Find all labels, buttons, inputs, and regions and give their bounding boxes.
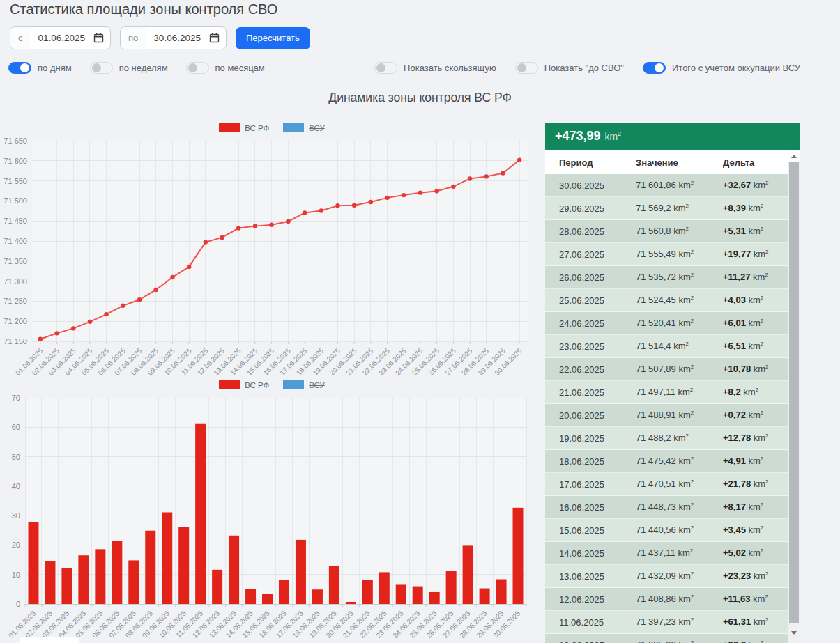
table-row: 14.06.202571 437,11 km2+5,02 km2	[545, 542, 788, 565]
bar-chart-legend: ВС РФВСУ	[0, 380, 544, 389]
cell-period: 16.06.2025	[559, 502, 636, 513]
toggle-show-moving-average-label: Показать скользящую	[404, 63, 496, 73]
table-row: 17.06.202571 470,51 km2+21,78 km2	[545, 473, 788, 496]
toggle-show-moving-average-switch[interactable]	[374, 62, 397, 74]
legend-item-vs-rf[interactable]: ВС РФ	[219, 380, 269, 389]
cell-value: 71 535,72 km2	[636, 272, 723, 282]
cell-delta: +10,78 km2	[723, 364, 788, 374]
cell-period: 30.06.2025	[559, 180, 636, 191]
cell-period: 12.06.2025	[559, 594, 636, 605]
toggle-by-days-label: по дням	[38, 63, 72, 73]
triangle-down-icon	[791, 631, 797, 635]
cell-delta: +4,03 km2	[723, 295, 788, 305]
calendar-icon[interactable]	[208, 33, 226, 43]
svg-text:71 500: 71 500	[3, 196, 27, 205]
table-scrollbar[interactable]	[788, 150, 800, 643]
cell-delta: +6,51 km2	[723, 341, 788, 351]
svg-text:71 550: 71 550	[3, 177, 27, 185]
cell-period: 17.06.2025	[559, 479, 636, 490]
cell-period: 24.06.2025	[559, 318, 636, 329]
cell-value: 71 397,23 km2	[636, 617, 723, 627]
cell-delta: +21,78 km2	[723, 479, 788, 489]
svg-text:71 150: 71 150	[3, 337, 27, 346]
svg-text:71 400: 71 400	[3, 237, 27, 245]
table-row: 16.06.202571 448,73 km2+8,17 km2	[545, 496, 788, 519]
toggle-total-with-vsu-occupation: Итого с учетом оккупации ВСУ	[643, 62, 800, 74]
period-table: Период Значение Дельта 30.06.202571 601,…	[545, 150, 800, 643]
table-body: 30.06.202571 601,86 km2+32,67 km229.06.2…	[545, 174, 788, 643]
cell-period: 28.06.2025	[559, 226, 636, 237]
toggle-by-days-switch[interactable]	[8, 62, 31, 74]
line-chart[interactable]: 01.06.202502.06.202503.06.202504.06.2025…	[0, 135, 540, 379]
table-row: 26.06.202571 535,72 km2+11,27 km2	[545, 266, 788, 289]
toggle-by-days: по дням	[8, 62, 72, 74]
toggle-by-months-switch[interactable]	[186, 62, 209, 74]
cell-delta: +8,17 km2	[723, 502, 788, 512]
triangle-up-icon	[791, 155, 797, 158]
table-row: 23.06.202571 514,4 km2+6,51 km2	[545, 335, 788, 358]
legend-item-vsu[interactable]: ВСУ	[283, 123, 325, 132]
toggle-by-months-label: по месяцам	[215, 63, 265, 73]
scrollbar-thumb[interactable]	[789, 162, 799, 623]
cell-delta: +8,39 km2	[723, 203, 788, 213]
svg-text:60: 60	[12, 423, 20, 431]
svg-text:10: 10	[12, 571, 20, 579]
cell-delta: +4,91 km2	[723, 456, 788, 466]
svg-text:71 650: 71 650	[3, 137, 27, 145]
cell-value: 71 524,45 km2	[636, 295, 723, 305]
legend-swatch	[283, 380, 304, 389]
svg-text:0: 0	[16, 600, 20, 608]
cell-delta: +12,78 km2	[723, 433, 788, 443]
svg-text:71 350: 71 350	[3, 257, 27, 265]
toggle-total-with-vsu-occupation-switch[interactable]	[643, 62, 666, 74]
svg-text:70: 70	[12, 394, 20, 402]
table-row: 18.06.202571 475,42 km2+4,91 km2	[545, 450, 788, 473]
table-row: 11.06.202571 397,23 km2+61,31 km2	[545, 611, 788, 634]
granularity-toggles: по днямпо неделямпо месяцам	[8, 62, 265, 74]
recalculate-button[interactable]: Пересчитать	[236, 27, 310, 49]
svg-text:71 200: 71 200	[3, 317, 27, 325]
svg-text:71 600: 71 600	[3, 157, 27, 165]
cell-delta: +0,72 km2	[723, 410, 788, 420]
legend-item-vsu[interactable]: ВСУ	[283, 380, 325, 389]
cell-period: 29.06.2025	[559, 203, 636, 214]
status-popup-partial	[20, 637, 79, 643]
date-to-group: по 30.06.2025	[120, 26, 227, 49]
legend-label: ВС РФ	[245, 124, 269, 132]
summary-panel: +473,99 km2 Период Значение Дельта 30.06…	[545, 123, 800, 643]
cell-period: 14.06.2025	[559, 548, 636, 559]
cell-delta: +6,01 km2	[723, 318, 788, 328]
svg-text:30: 30	[12, 511, 20, 520]
cell-value: 71 555,49 km2	[636, 249, 723, 259]
cell-period: 25.06.2025	[559, 295, 636, 306]
calendar-icon[interactable]	[92, 33, 110, 43]
toggle-show-pre-svo-label: Показать "до СВО"	[544, 63, 624, 73]
date-to-input[interactable]: 30.06.2025	[146, 33, 208, 43]
cell-period: 18.06.2025	[559, 456, 636, 467]
table-row: 27.06.202571 555,49 km2+19,77 km2	[545, 243, 788, 266]
scroll-down-button[interactable]	[788, 628, 800, 637]
cell-period: 13.06.2025	[559, 571, 636, 582]
cell-period: 19.06.2025	[559, 433, 636, 444]
table-row: 20.06.202571 488,91 km2+0,72 km2	[545, 404, 788, 427]
table-row: 15.06.202571 440,56 km2+3,45 km2	[545, 519, 788, 542]
cell-period: 22.06.2025	[559, 364, 636, 375]
bar-chart[interactable]: 01020304050607001.06.202502.06.202503.06…	[0, 392, 540, 642]
cell-value: 71 507,89 km2	[636, 364, 723, 374]
svo-area-statistics-page: Статистика площади зоны контроля СВО с 0…	[0, 0, 840, 643]
toggle-by-weeks-switch[interactable]	[90, 62, 113, 74]
col-delta: Дельта	[723, 157, 788, 168]
date-from-input[interactable]: 01.06.2025	[31, 33, 93, 43]
toggle-total-with-vsu-occupation-label: Итого с учетом оккупации ВСУ	[672, 63, 800, 73]
cell-value: 71 475,42 km2	[636, 456, 723, 466]
table-header: Период Значение Дельта	[545, 150, 788, 174]
total-delta-unit: km2	[605, 130, 622, 142]
date-from-group: с 01.06.2025	[10, 26, 111, 49]
toggle-by-weeks-label: по неделям	[119, 63, 168, 73]
legend-item-vs-rf[interactable]: ВС РФ	[219, 123, 269, 132]
toggle-by-weeks: по неделям	[90, 62, 168, 74]
scroll-up-button[interactable]	[788, 150, 800, 162]
legend-swatch	[283, 123, 304, 132]
toggle-show-pre-svo-switch[interactable]	[515, 62, 538, 74]
cell-value: 71 437,11 km2	[636, 548, 723, 558]
